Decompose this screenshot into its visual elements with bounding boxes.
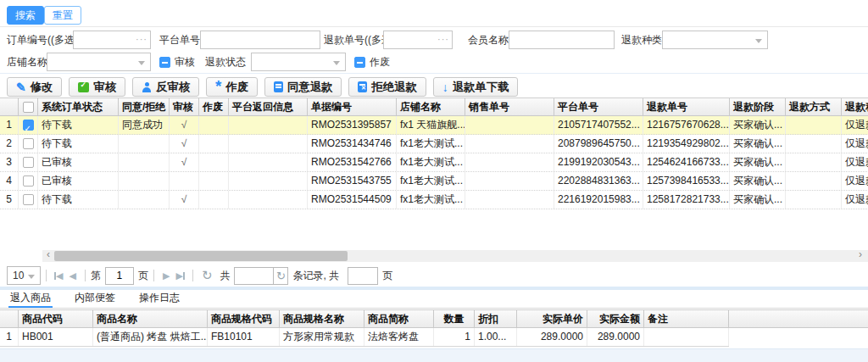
cell-shop: fx1老大测试...	[397, 135, 465, 153]
col-note[interactable]: 备注	[644, 310, 729, 327]
page-number-input[interactable]	[105, 267, 134, 285]
cell-kind: 仅退款	[842, 116, 868, 134]
table-row[interactable]: 4 已审核 RMO2531543755 fx1老大测试... 220288483…	[0, 172, 868, 191]
cell-agree	[119, 135, 170, 153]
table-row[interactable]: 5 待下载 √ RMO2531544509 fx1老大测试... 2216192…	[0, 191, 868, 209]
refund-kind-label: 退款种类	[621, 33, 662, 47]
refund-kind-select[interactable]	[662, 31, 768, 49]
page-size-select[interactable]: 10	[7, 266, 41, 285]
col-sales-no[interactable]: 销售单号	[465, 98, 554, 115]
first-page-button[interactable]: ◀	[52, 270, 65, 281]
select-all-cell	[19, 98, 38, 115]
download-refund-button[interactable]: ↓退款单下载	[433, 77, 519, 97]
refund-status-select[interactable]	[251, 53, 346, 71]
col-item-code[interactable]: 商品代码	[19, 310, 93, 327]
col-void[interactable]: 作废	[199, 98, 229, 115]
row-number-header	[0, 310, 19, 327]
col-doc-no[interactable]: 单据编号	[308, 98, 397, 115]
tab-operation-log[interactable]: 操作日志	[137, 289, 181, 308]
row-checkbox[interactable]	[23, 120, 34, 131]
void-filter-checkbox[interactable]	[354, 57, 365, 68]
col-amount[interactable]: 实际金额	[587, 310, 644, 327]
tab-returned-goods[interactable]: 退入商品	[8, 289, 53, 308]
col-qty[interactable]: 数量	[434, 310, 475, 327]
scrollbar-thumb[interactable]	[54, 251, 348, 261]
scroll-left-icon[interactable]: ‹	[42, 249, 54, 262]
shop-name-select[interactable]	[47, 53, 151, 71]
table-row[interactable]: 1 HB001 (普通商品) 烤盘 烘焙工... FB10101 方形家用常规款…	[0, 328, 729, 347]
void-button[interactable]: *作废	[206, 77, 258, 97]
cell-stage: 买家确认...	[730, 172, 786, 190]
person-icon	[142, 82, 152, 92]
cell-note	[644, 328, 729, 346]
scroll-right-icon[interactable]: ›	[854, 249, 866, 262]
col-item-name[interactable]: 商品名称	[93, 310, 208, 327]
col-price[interactable]: 实际单价	[517, 310, 587, 327]
row-checkbox[interactable]	[23, 157, 34, 168]
cell-shop: fx1老大测试...	[397, 153, 465, 171]
refund-no-label: 退款单号((多选))	[324, 33, 383, 47]
row-checkbox[interactable]	[23, 138, 34, 149]
divider	[85, 270, 86, 281]
col-spec-name[interactable]: 商品规格名称	[280, 310, 364, 327]
audit-button[interactable]: 审核	[69, 77, 125, 97]
col-status[interactable]: 系统订单状态	[38, 98, 119, 115]
cell-doc-no: RMO2531542766	[308, 153, 397, 171]
col-kind[interactable]: 退款种类	[842, 98, 868, 115]
table-row[interactable]: 1 待下载 同意成功 √ RMO2531395857 fx1 天猫旗舰... 2…	[0, 116, 868, 135]
col-short-name[interactable]: 商品简称	[364, 310, 434, 327]
select-all-checkbox[interactable]	[23, 102, 34, 113]
total-pages-input[interactable]	[348, 267, 378, 285]
audit-filter-label: 审核	[175, 55, 195, 70]
agree-refund-button[interactable]: 同意退款	[264, 77, 342, 97]
cell-agree	[119, 153, 170, 171]
total-records-input[interactable]	[234, 267, 273, 285]
col-audit[interactable]: 审核	[170, 98, 199, 115]
cell-kind: 仅退款	[842, 135, 868, 153]
audit-filter-checkbox[interactable]	[159, 57, 170, 68]
platform-no-label: 平台单号	[159, 33, 200, 47]
col-agree[interactable]: 同意/拒绝	[119, 98, 170, 115]
col-stage[interactable]: 退款阶段	[730, 98, 786, 115]
prev-page-button[interactable]: ◀	[65, 270, 79, 281]
col-shop[interactable]: 店铺名称	[397, 98, 465, 115]
row-checkbox[interactable]	[23, 194, 34, 205]
col-spec-code[interactable]: 商品规格代码	[208, 310, 280, 327]
col-platform-msg[interactable]: 平台返回信息	[229, 98, 308, 115]
cell-audit: √	[170, 191, 199, 209]
total-pre-label: 共	[220, 269, 230, 283]
cell-kind: 仅退款	[842, 191, 868, 209]
platform-no-input[interactable]	[201, 31, 320, 48]
refund-status-label: 退款状态	[205, 55, 246, 70]
cell-kind: 仅退款	[842, 172, 868, 190]
refund-no-picker-icon[interactable]: ···	[437, 34, 449, 44]
cell-audit: √	[170, 153, 199, 171]
cell-stage: 买家确认...	[730, 135, 786, 153]
table-row[interactable]: 3 已审核 √ RMO2531542766 fx1老大测试... 2199192…	[0, 153, 868, 172]
refresh-icon[interactable]: ↻	[198, 270, 216, 281]
row-checkbox[interactable]	[23, 175, 34, 187]
next-page-button[interactable]: ▶	[159, 270, 173, 281]
row-checkbox-cell	[19, 191, 38, 209]
col-platform-no[interactable]: 平台单号	[554, 98, 643, 115]
col-refund-no[interactable]: 退款单号	[643, 98, 730, 115]
cell-status: 已审核	[38, 153, 119, 171]
col-method[interactable]: 退款方式	[786, 98, 842, 115]
cell-sales-no	[465, 135, 554, 153]
download-arrow-icon: ↓	[442, 82, 448, 92]
tab-internal-notes[interactable]: 内部便签	[73, 289, 117, 308]
last-page-button[interactable]: ▶	[173, 270, 186, 281]
reset-button[interactable]: 重置	[44, 6, 81, 25]
member-name-input[interactable]	[509, 31, 614, 48]
col-discount[interactable]: 折扣	[475, 310, 517, 327]
order-no-picker-icon[interactable]: ···	[136, 34, 147, 44]
cell-kind: 仅退款	[842, 153, 868, 171]
unaudit-button[interactable]: 反审核	[132, 77, 199, 97]
reject-refund-button[interactable]: 拒绝退款	[348, 77, 426, 97]
cell-stage: 买家确认...	[730, 116, 786, 134]
search-button[interactable]: 搜索	[7, 6, 44, 25]
edit-button[interactable]: ✎修改	[7, 77, 62, 97]
divider	[0, 73, 868, 74]
table-row[interactable]: 2 待下载 √ RMO2531434746 fx1老大测试... 2087989…	[0, 135, 868, 153]
count-refresh-icon[interactable]: ↻	[273, 267, 288, 285]
